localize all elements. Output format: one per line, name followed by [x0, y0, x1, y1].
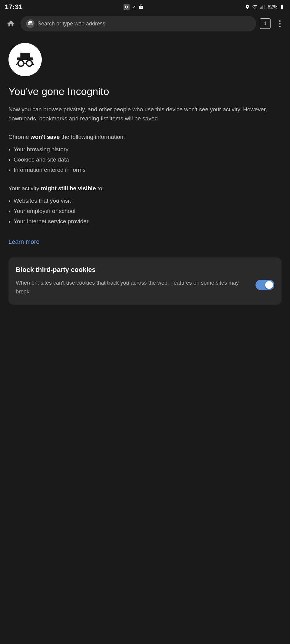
status-time: 17:31	[5, 3, 23, 11]
address-text: Search or type web address	[38, 21, 251, 27]
list-item: Your employer or school	[8, 206, 282, 217]
cookie-card: Block third-party cookies When on, sites…	[8, 257, 282, 305]
svg-rect-0	[260, 8, 261, 9]
wont-save-intro: Chrome won't save the following informat…	[8, 132, 282, 142]
list-item: Your browsing history	[8, 145, 282, 155]
svg-rect-1	[261, 7, 262, 9]
browser-toolbar: Search or type web address 1	[0, 13, 290, 34]
svg-point-13	[26, 60, 32, 66]
visible-to-intro: Your activity might still be visible to:	[8, 184, 282, 193]
tab-count-button[interactable]: 1	[260, 18, 271, 29]
svg-rect-11	[20, 53, 30, 58]
toggle-thumb	[265, 281, 273, 289]
visible-to-section: Your activity might still be visible to:…	[8, 184, 282, 227]
svg-rect-2	[262, 6, 263, 9]
page-title: You've gone Incognito	[8, 85, 282, 98]
page-description: Now you can browse privately, and other …	[8, 105, 282, 123]
status-center-icons: U ✓	[124, 4, 144, 10]
cookie-card-title: Block third-party cookies	[16, 266, 274, 274]
cookie-card-description: When on, sites can't use cookies that tr…	[16, 279, 249, 296]
visible-to-list: Websites that you visit Your employer or…	[8, 196, 282, 227]
svg-rect-3	[264, 5, 264, 9]
menu-dot-1	[279, 20, 281, 22]
list-item: Cookies and site data	[8, 155, 282, 165]
home-button[interactable]	[5, 18, 17, 30]
incognito-icon-small	[26, 19, 35, 28]
svg-point-12	[18, 60, 24, 66]
incognito-logo-svg	[15, 49, 36, 70]
svg-point-4	[26, 19, 35, 28]
battery-percent: 62%	[268, 4, 277, 10]
menu-dot-3	[279, 26, 281, 27]
list-item: Information entered in forms	[8, 165, 282, 175]
incognito-logo-container	[8, 43, 282, 76]
signal-icon	[260, 4, 266, 10]
menu-button[interactable]	[274, 18, 285, 29]
u-icon: U	[124, 4, 130, 10]
main-content: You've gone Incognito Now you can browse…	[0, 34, 290, 317]
check-icon: ✓	[132, 4, 136, 10]
wont-save-list: Your browsing history Cookies and site d…	[8, 145, 282, 175]
cookie-toggle-container[interactable]	[255, 280, 274, 290]
wont-save-section: Chrome won't save the following informat…	[8, 132, 282, 175]
address-bar[interactable]: Search or type web address	[21, 16, 256, 31]
menu-dot-2	[279, 23, 281, 25]
incognito-logo	[8, 43, 42, 76]
lock-icon	[138, 4, 144, 10]
battery-icon	[279, 4, 285, 10]
status-right-icons: 62%	[245, 4, 285, 10]
status-bar: 17:31 U ✓ 62%	[0, 0, 290, 13]
svg-rect-6	[29, 21, 32, 22]
cookie-toggle[interactable]	[255, 280, 274, 290]
wifi-icon	[252, 4, 258, 10]
location-icon	[245, 4, 250, 10]
list-item: Your Internet service provider	[8, 217, 282, 227]
cookie-card-body: When on, sites can't use cookies that tr…	[16, 279, 274, 296]
list-item: Websites that you visit	[8, 196, 282, 206]
learn-more-link[interactable]: Learn more	[8, 238, 39, 245]
